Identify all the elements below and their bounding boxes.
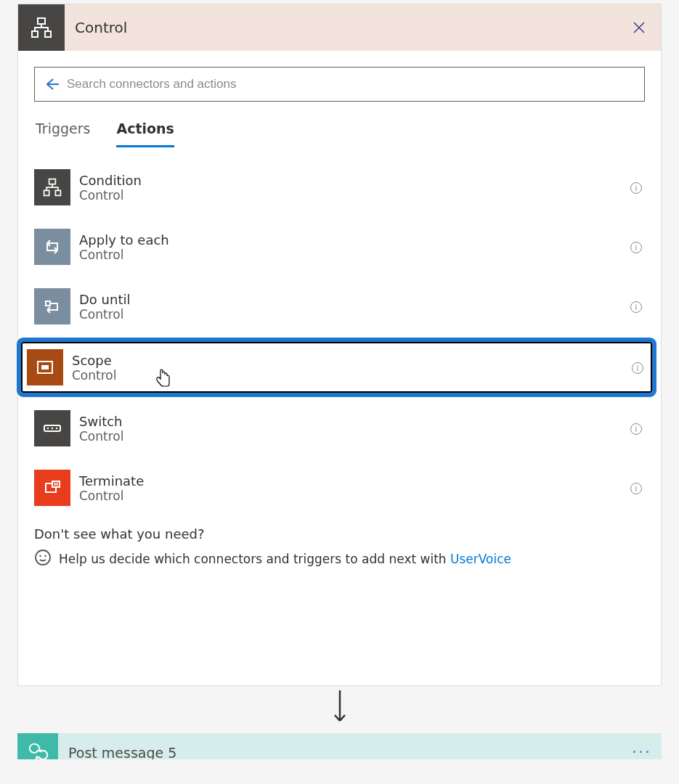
- condition-icon: [34, 169, 70, 205]
- panel-title: Control: [65, 19, 622, 36]
- svg-rect-4: [44, 190, 49, 195]
- action-subtitle: Control: [79, 489, 627, 503]
- next-step-card[interactable]: Post message 5 ···: [17, 733, 662, 759]
- uservoice-link[interactable]: UserVoice: [450, 552, 511, 566]
- svg-rect-1: [32, 31, 38, 37]
- action-title: Terminate: [79, 473, 627, 489]
- control-icon: [18, 4, 65, 51]
- action-do-until[interactable]: Do until Control i: [34, 282, 645, 330]
- search-bar: [34, 67, 645, 102]
- action-text: Condition Control: [70, 173, 627, 203]
- svg-rect-0: [38, 18, 45, 24]
- action-list: Condition Control i Apply to each Contro…: [34, 163, 645, 512]
- svg-rect-5: [55, 190, 60, 195]
- panel-header: Control: [18, 4, 661, 51]
- action-title: Do until: [79, 292, 627, 307]
- control-panel: Control Triggers Actions Condition Contr…: [17, 4, 662, 686]
- svg-rect-3: [49, 179, 56, 184]
- svg-point-17: [44, 555, 46, 557]
- info-icon[interactable]: i: [627, 300, 645, 314]
- smile-icon: [34, 549, 52, 569]
- apply-to-each-icon: [34, 229, 70, 265]
- do-until-icon: [34, 288, 70, 324]
- panel-body: Triggers Actions Condition Control i: [18, 51, 661, 685]
- svg-rect-6: [46, 301, 50, 306]
- svg-rect-8: [41, 365, 49, 369]
- action-switch[interactable]: Switch Control i: [34, 404, 645, 452]
- tabs: Triggers Actions: [34, 121, 645, 147]
- help-text: Help us decide which connectors and trig…: [59, 552, 511, 566]
- action-text: Scope Control: [63, 353, 629, 383]
- next-step-title: Post message 5: [58, 733, 632, 759]
- switch-icon: [34, 410, 70, 446]
- svg-point-12: [56, 428, 57, 429]
- action-text: Apply to each Control: [70, 232, 627, 262]
- info-icon[interactable]: i: [627, 240, 645, 254]
- action-title: Scope: [72, 353, 629, 368]
- action-subtitle: Control: [79, 429, 627, 444]
- help-title: Don't see what you need?: [34, 526, 645, 542]
- terminate-icon: [34, 470, 70, 506]
- svg-rect-2: [45, 31, 51, 37]
- more-icon[interactable]: ···: [632, 733, 662, 759]
- action-subtitle: Control: [72, 368, 629, 383]
- help-row: Help us decide which connectors and trig…: [34, 549, 645, 569]
- action-text: Switch Control: [70, 414, 627, 444]
- action-title: Condition: [79, 173, 627, 188]
- action-condition[interactable]: Condition Control i: [34, 163, 645, 211]
- action-text: Terminate Control: [70, 473, 627, 503]
- action-scope[interactable]: Scope Control i: [21, 342, 652, 393]
- info-icon[interactable]: i: [627, 481, 645, 495]
- info-icon[interactable]: i: [629, 361, 646, 375]
- post-message-icon: [17, 733, 58, 759]
- svg-point-16: [39, 555, 41, 557]
- scope-icon: [27, 349, 63, 385]
- back-arrow-icon[interactable]: [35, 76, 67, 92]
- svg-point-10: [47, 428, 49, 429]
- svg-point-11: [52, 428, 53, 429]
- action-terminate[interactable]: Terminate Control i: [34, 464, 645, 512]
- action-subtitle: Control: [79, 248, 627, 262]
- action-title: Apply to each: [79, 232, 627, 248]
- help-section: Don't see what you need? Help us decide …: [34, 526, 645, 678]
- action-apply-to-each[interactable]: Apply to each Control i: [34, 223, 645, 271]
- search-input[interactable]: [67, 77, 644, 91]
- action-title: Switch: [79, 414, 627, 429]
- flow-connector-arrow: [0, 686, 679, 733]
- action-subtitle: Control: [79, 307, 627, 322]
- svg-point-15: [36, 550, 50, 565]
- tab-triggers[interactable]: Triggers: [36, 121, 90, 147]
- close-button[interactable]: [622, 10, 656, 45]
- tab-actions[interactable]: Actions: [116, 121, 174, 147]
- info-icon[interactable]: i: [627, 181, 645, 195]
- action-subtitle: Control: [79, 188, 627, 203]
- info-icon[interactable]: i: [627, 422, 645, 436]
- action-text: Do until Control: [70, 292, 627, 322]
